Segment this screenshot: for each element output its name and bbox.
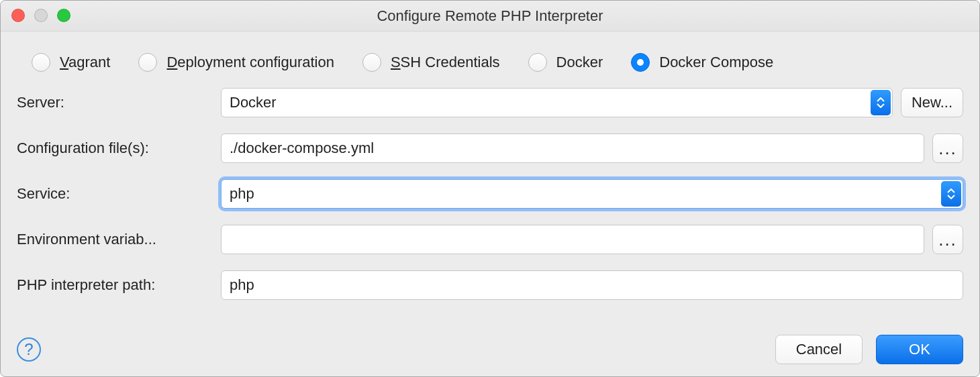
- service-value: php: [230, 185, 936, 203]
- interpreter-type-radios: Vagrant Deployment configuration SSH Cre…: [17, 46, 963, 88]
- help-button[interactable]: ?: [17, 337, 41, 362]
- radio-label: SSH Credentials: [391, 54, 500, 71]
- radio-label: Docker Compose: [659, 54, 773, 71]
- dropdown-stepper-icon: [871, 90, 891, 115]
- zoom-window-button[interactable]: [57, 9, 70, 22]
- radio-deployment[interactable]: Deployment configuration: [138, 53, 334, 72]
- radio-button-icon: [32, 53, 50, 72]
- server-value: Docker: [230, 94, 865, 111]
- php-path-input[interactable]: [221, 270, 963, 300]
- radio-button-icon: [138, 53, 157, 72]
- radio-docker[interactable]: Docker: [528, 53, 603, 72]
- window-title: Configure Remote PHP Interpreter: [377, 7, 603, 25]
- config-files-label: Configuration file(s):: [17, 140, 211, 157]
- browse-config-button[interactable]: ...: [932, 133, 963, 163]
- php-path-label: PHP interpreter path:: [17, 276, 211, 294]
- minimize-window-button[interactable]: [34, 9, 48, 22]
- new-server-button[interactable]: New...: [901, 88, 963, 117]
- radio-button-icon: [528, 53, 547, 72]
- config-files-input[interactable]: [221, 133, 924, 163]
- radio-button-selected-icon: [631, 53, 650, 72]
- dropdown-stepper-icon: [941, 181, 961, 207]
- radio-label: Deployment configuration: [166, 54, 334, 71]
- dialog-window: Configure Remote PHP Interpreter Vagrant…: [0, 0, 980, 377]
- server-select[interactable]: Docker: [221, 88, 893, 117]
- radio-docker-compose[interactable]: Docker Compose: [631, 53, 773, 72]
- env-vars-input[interactable]: [221, 225, 924, 254]
- titlebar: Configure Remote PHP Interpreter: [1, 1, 979, 32]
- close-window-button[interactable]: [11, 9, 25, 22]
- dialog-footer: ? Cancel OK: [1, 325, 979, 376]
- cancel-button[interactable]: Cancel: [775, 335, 863, 364]
- browse-env-button[interactable]: ...: [932, 225, 963, 254]
- window-controls: [11, 9, 70, 22]
- env-vars-label: Environment variab...: [17, 231, 211, 248]
- radio-label: Vagrant: [60, 54, 110, 71]
- radio-label: Docker: [556, 54, 603, 71]
- service-label: Service:: [17, 185, 211, 203]
- dialog-content: Vagrant Deployment configuration SSH Cre…: [1, 32, 979, 325]
- radio-vagrant[interactable]: Vagrant: [32, 53, 110, 72]
- radio-ssh[interactable]: SSH Credentials: [362, 53, 500, 72]
- form: Server: Docker New... Configuration file…: [17, 88, 963, 300]
- ok-button[interactable]: OK: [876, 335, 963, 364]
- service-select[interactable]: php: [221, 179, 963, 209]
- radio-button-icon: [362, 53, 381, 72]
- server-label: Server:: [17, 94, 211, 111]
